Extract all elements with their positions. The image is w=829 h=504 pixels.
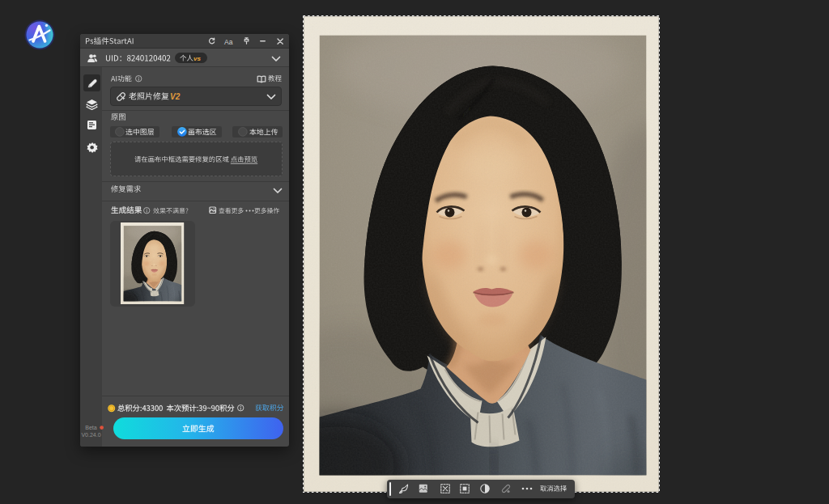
svg-text:Aa: Aa bbox=[224, 37, 233, 45]
